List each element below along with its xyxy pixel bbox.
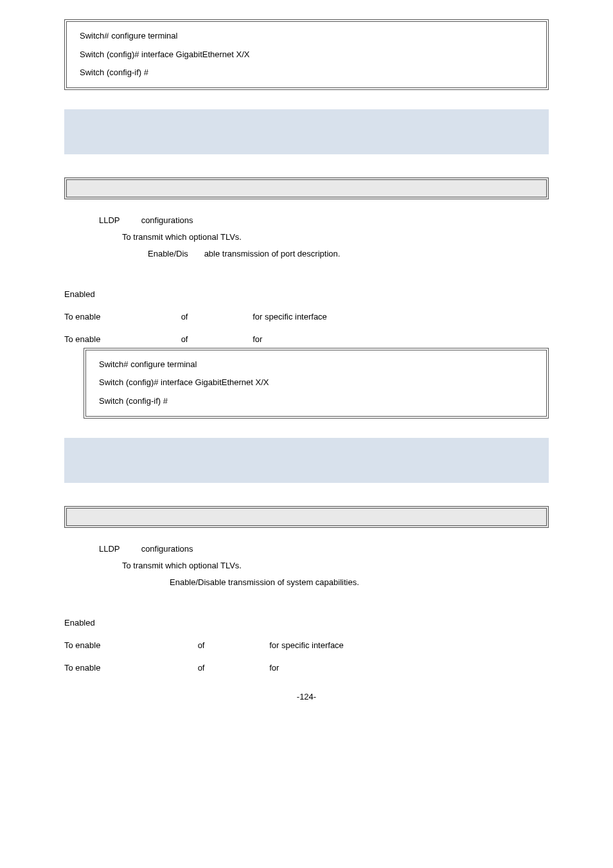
lldp-label: LLDP bbox=[99, 212, 139, 229]
of-text: of bbox=[181, 334, 251, 344]
cmd-line: Switch (config-if) # bbox=[99, 392, 533, 411]
to-enable-text: To enable bbox=[64, 334, 179, 344]
syntax-box bbox=[64, 506, 549, 528]
enable-for-line: To enable of for bbox=[64, 663, 549, 673]
config-label: configurations bbox=[141, 544, 193, 554]
code-box-2: Switch# configure terminal Switch (confi… bbox=[84, 348, 549, 419]
of-text: of bbox=[198, 663, 267, 673]
cmd-line: Switch (config)# interface GigabitEthern… bbox=[80, 46, 533, 64]
code-box-1: Switch# configure terminal Switch (confi… bbox=[64, 19, 549, 90]
page-number: -124- bbox=[64, 692, 549, 701]
enable-specific-line: To enable of for specific interface bbox=[64, 312, 549, 321]
system-cap-text: Enable/Disable transmission of system ca… bbox=[170, 577, 359, 587]
optional-tlv-text: To transmit which optional TLVs. bbox=[122, 232, 242, 242]
config-text-block: LLDP configurations To transmit which op… bbox=[64, 212, 549, 262]
enable-for-line: To enable of for bbox=[64, 334, 549, 344]
syntax-box bbox=[64, 177, 549, 199]
optional-tlv-text: To transmit which optional TLVs. bbox=[122, 561, 242, 570]
config-label: configurations bbox=[141, 215, 193, 225]
to-enable-text: To enable bbox=[64, 663, 195, 673]
cmd-line: Switch# configure terminal bbox=[80, 27, 533, 46]
to-enable-text: To enable bbox=[64, 312, 179, 321]
section-band bbox=[64, 109, 549, 154]
for-text: for bbox=[269, 663, 279, 673]
enable-dis-text: Enable/Dis bbox=[148, 246, 202, 262]
port-desc-text: able transmission of port description. bbox=[204, 249, 341, 258]
of-text: of bbox=[181, 312, 251, 321]
cmd-line: Switch (config-if) # bbox=[80, 64, 533, 82]
cmd-line: Switch# configure terminal bbox=[99, 356, 533, 374]
of-text: of bbox=[198, 640, 267, 650]
section-band bbox=[64, 438, 549, 483]
for-specific-text: for specific interface bbox=[269, 640, 344, 650]
to-enable-text: To enable bbox=[64, 640, 195, 650]
enabled-label: Enabled bbox=[64, 618, 549, 628]
for-specific-text: for specific interface bbox=[253, 312, 327, 321]
enabled-label: Enabled bbox=[64, 289, 549, 299]
cmd-line: Switch (config)# interface GigabitEthern… bbox=[99, 374, 533, 392]
for-text: for bbox=[253, 334, 262, 344]
config-text-block-2: LLDP configurations To transmit which op… bbox=[64, 541, 549, 591]
lldp-label: LLDP bbox=[99, 541, 139, 557]
enable-specific-line: To enable of for specific interface bbox=[64, 640, 549, 650]
